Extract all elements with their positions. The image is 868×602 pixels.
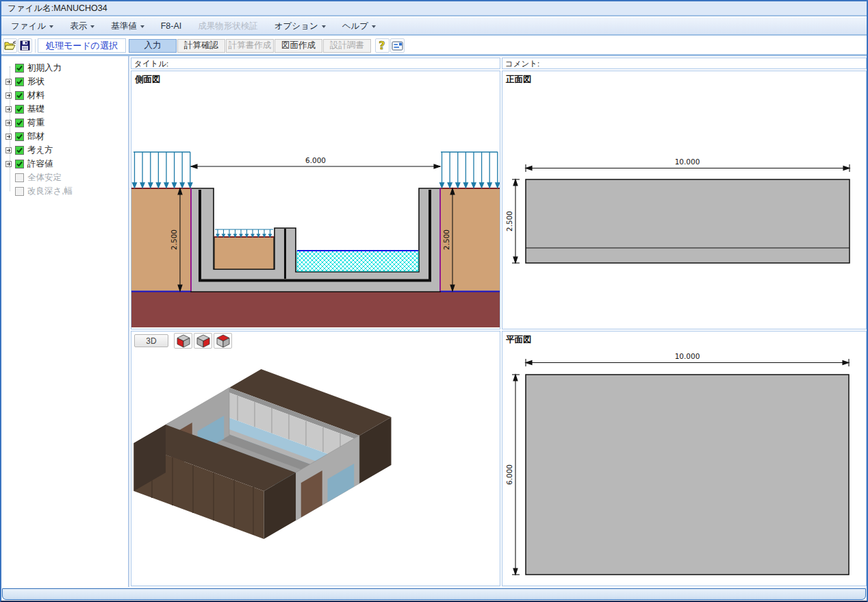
menu-f8ai[interactable]: F8-AI	[161, 21, 182, 31]
tree-item-material[interactable]: 材料	[1, 88, 128, 102]
comment-label: コメント:	[502, 58, 866, 69]
plan-body	[526, 375, 849, 575]
save-file-button[interactable]	[18, 38, 32, 53]
open-file-button[interactable]	[3, 38, 17, 53]
dim-depth-left-label: 2.500	[170, 229, 178, 250]
front-body	[526, 179, 850, 263]
view-left-button[interactable]	[174, 333, 192, 349]
threed-toggle-button[interactable]: 3D	[134, 334, 168, 347]
checkbox-checked[interactable]	[15, 132, 24, 141]
expand-icon[interactable]	[5, 106, 12, 112]
tree-item-member[interactable]: 部材	[1, 129, 128, 143]
open-folder-icon	[4, 40, 16, 51]
tree-item-load[interactable]: 荷重	[1, 116, 128, 129]
chevron-down-icon	[372, 25, 376, 28]
checkbox-checked[interactable]	[15, 118, 24, 127]
chamber-soil-fill	[214, 237, 274, 269]
view-front-button[interactable]	[194, 333, 212, 349]
menu-deliverable-shape-check: 成果物形状検証	[198, 21, 258, 32]
checkbox-checked[interactable]	[15, 64, 24, 73]
dim-span-label: 6.000	[305, 156, 326, 164]
floppy-disk-icon	[20, 40, 30, 51]
dim-height-label: 2.500	[505, 211, 513, 231]
title-label: タイトル:	[131, 58, 500, 69]
water-fill	[297, 251, 418, 271]
cube-front-face-icon	[195, 334, 212, 349]
menu-standards[interactable]: 基準値	[111, 21, 144, 32]
expand-icon[interactable]	[5, 161, 12, 167]
chevron-down-icon	[140, 25, 144, 28]
threed-toolbar: 3D	[131, 331, 500, 349]
menu-help[interactable]: ヘルプ	[342, 21, 376, 32]
tree-item-allowable-values[interactable]: 許容値	[1, 157, 128, 171]
dim-depth-right-label: 2.500	[442, 229, 450, 250]
menu-file[interactable]: ファイル	[11, 21, 53, 32]
help-icon: ?	[376, 40, 387, 51]
tree-item-improvement-depth-width: 改良深さ,幅	[1, 184, 128, 198]
tree-item-shape[interactable]: 形状	[1, 75, 128, 88]
dim-span	[191, 164, 440, 168]
checkbox-checked[interactable]	[15, 160, 24, 168]
menu-bar: ファイル 表示 基準値 F8-AI 成果物形状検証 オプション ヘルプ	[1, 18, 867, 36]
checkbox-checked[interactable]	[15, 77, 24, 86]
side-view-drawing: 6.000 2.500 2.500	[131, 71, 500, 329]
toolbar: 処理モードの選択 入力 計算確認 計算書作成 図面作成 設計調書 ?	[1, 37, 867, 56]
left-load-arrows	[133, 152, 192, 188]
front-view-title: 正面図	[506, 74, 532, 86]
checkbox-checked[interactable]	[15, 91, 24, 100]
threed-view-panel: 3D	[131, 331, 500, 586]
window-title: ファイル名:MANUCHO34	[8, 3, 107, 14]
tab-design-record: 設計調書	[323, 39, 371, 53]
chamber-load-arrows	[215, 229, 273, 237]
side-view-title: 側面図	[135, 74, 161, 86]
checkbox-unchecked	[15, 187, 24, 196]
tree-item-overall-stability: 全体安定	[1, 171, 128, 184]
chevron-down-icon	[322, 25, 326, 28]
view-top-button[interactable]	[214, 333, 232, 349]
expand-icon[interactable]	[5, 79, 12, 85]
help-button[interactable]: ?	[375, 38, 390, 53]
mode-select-label: 処理モードの選択	[38, 38, 126, 53]
status-bar	[2, 588, 866, 600]
whats-new-button[interactable]	[390, 38, 405, 53]
expand-icon[interactable]	[5, 120, 12, 126]
front-view-drawing: 10.000 2.500	[502, 71, 866, 329]
tree-item-initial-input[interactable]: 初期入力	[1, 61, 128, 75]
dim-width-label: 10.000	[675, 352, 700, 360]
side-view-panel: 6.000 2.500 2.500 側面図	[131, 71, 500, 329]
model-tree: 初期入力 形状 材料 基礎 荷重	[1, 61, 128, 198]
tree-item-foundation[interactable]: 基礎	[1, 102, 128, 116]
expand-icon[interactable]	[5, 147, 12, 153]
cube-top-face-icon	[215, 334, 231, 349]
checkbox-checked[interactable]	[15, 105, 24, 114]
plan-view-drawing: 10.000 6.000	[502, 331, 866, 586]
svg-text:?: ?	[379, 40, 385, 51]
title-bar: ファイル名:MANUCHO34	[1, 1, 867, 16]
menu-view[interactable]: 表示	[70, 21, 94, 32]
model-tree-panel: 初期入力 形状 材料 基礎 荷重	[1, 56, 129, 587]
app-window: ファイル名:MANUCHO34 ファイル 表示 基準値 F8-AI 成果物形状検…	[0, 0, 868, 602]
title-header-bar: タイトル:	[131, 58, 500, 69]
tab-drawing-create[interactable]: 図面作成	[275, 39, 322, 53]
front-view-panel: 10.000 2.500 正面図	[502, 71, 867, 329]
cube-left-face-icon	[175, 334, 192, 349]
left-soil	[131, 188, 191, 291]
tab-report-create: 計算書作成	[226, 39, 274, 53]
chevron-down-icon	[90, 25, 94, 28]
menu-options[interactable]: オプション	[275, 21, 326, 32]
toolbar-separator	[35, 39, 36, 53]
comment-header-bar: コメント:	[502, 58, 867, 69]
dim-width-label: 10.000	[675, 158, 700, 166]
tab-input[interactable]: 入力	[129, 39, 177, 53]
tree-item-approach[interactable]: 考え方	[1, 143, 128, 157]
tab-calc-check[interactable]: 計算確認	[177, 39, 225, 53]
threed-render-viewport[interactable]	[131, 356, 500, 586]
right-load-arrows	[440, 152, 500, 188]
dim-depth-label: 6.000	[505, 464, 513, 485]
bedrock-layer	[131, 292, 500, 327]
chevron-down-icon	[49, 25, 53, 28]
expand-icon[interactable]	[5, 92, 12, 99]
checkbox-checked[interactable]	[15, 146, 24, 155]
expand-icon[interactable]	[5, 134, 12, 140]
news-window-icon	[392, 41, 403, 51]
